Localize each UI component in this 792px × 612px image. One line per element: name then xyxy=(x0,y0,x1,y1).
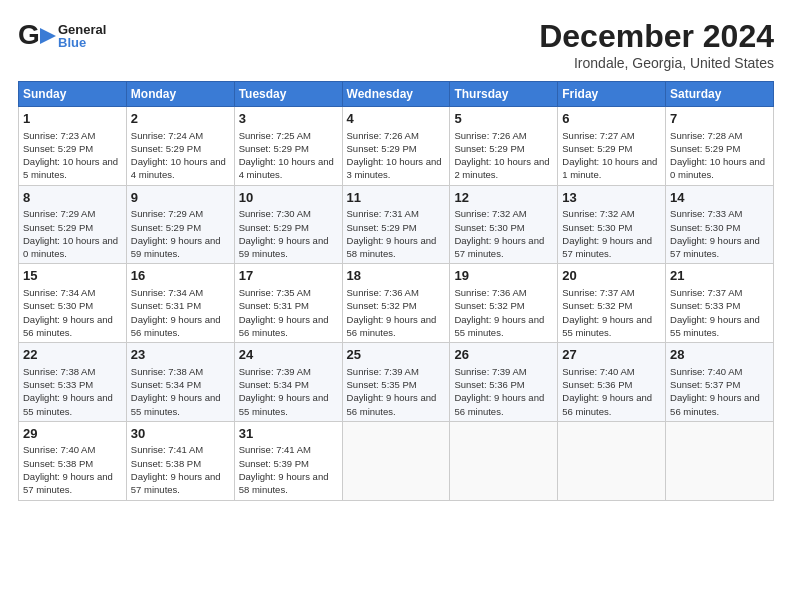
day-info: Sunrise: 7:26 AM Sunset: 5:29 PM Dayligh… xyxy=(347,129,446,182)
day-number: 15 xyxy=(23,267,122,285)
calendar-cell: 23 Sunrise: 7:38 AM Sunset: 5:34 PM Dayl… xyxy=(126,343,234,422)
day-number: 31 xyxy=(239,425,338,443)
calendar-cell: 31 Sunrise: 7:41 AM Sunset: 5:39 PM Dayl… xyxy=(234,421,342,500)
day-info: Sunrise: 7:26 AM Sunset: 5:29 PM Dayligh… xyxy=(454,129,553,182)
day-info: Sunrise: 7:27 AM Sunset: 5:29 PM Dayligh… xyxy=(562,129,661,182)
calendar-table: Sunday Monday Tuesday Wednesday Thursday… xyxy=(18,81,774,501)
day-info: Sunrise: 7:40 AM Sunset: 5:36 PM Dayligh… xyxy=(562,365,661,418)
day-info: Sunrise: 7:40 AM Sunset: 5:37 PM Dayligh… xyxy=(670,365,769,418)
col-tuesday: Tuesday xyxy=(234,82,342,107)
calendar-cell: 11 Sunrise: 7:31 AM Sunset: 5:29 PM Dayl… xyxy=(342,185,450,264)
day-info: Sunrise: 7:29 AM Sunset: 5:29 PM Dayligh… xyxy=(23,207,122,260)
calendar-cell: 1 Sunrise: 7:23 AM Sunset: 5:29 PM Dayli… xyxy=(19,107,127,186)
calendar-cell: 20 Sunrise: 7:37 AM Sunset: 5:32 PM Dayl… xyxy=(558,264,666,343)
calendar-cell: 22 Sunrise: 7:38 AM Sunset: 5:33 PM Dayl… xyxy=(19,343,127,422)
svg-text:G: G xyxy=(18,19,40,50)
day-info: Sunrise: 7:39 AM Sunset: 5:34 PM Dayligh… xyxy=(239,365,338,418)
day-number: 18 xyxy=(347,267,446,285)
col-monday: Monday xyxy=(126,82,234,107)
logo: G General Blue xyxy=(18,18,106,54)
day-info: Sunrise: 7:39 AM Sunset: 5:36 PM Dayligh… xyxy=(454,365,553,418)
calendar-cell: 16 Sunrise: 7:34 AM Sunset: 5:31 PM Dayl… xyxy=(126,264,234,343)
day-info: Sunrise: 7:41 AM Sunset: 5:38 PM Dayligh… xyxy=(131,443,230,496)
day-number: 25 xyxy=(347,346,446,364)
day-number: 11 xyxy=(347,189,446,207)
day-info: Sunrise: 7:34 AM Sunset: 5:31 PM Dayligh… xyxy=(131,286,230,339)
day-info: Sunrise: 7:23 AM Sunset: 5:29 PM Dayligh… xyxy=(23,129,122,182)
day-number: 26 xyxy=(454,346,553,364)
day-number: 21 xyxy=(670,267,769,285)
day-number: 19 xyxy=(454,267,553,285)
day-info: Sunrise: 7:39 AM Sunset: 5:35 PM Dayligh… xyxy=(347,365,446,418)
calendar-cell: 6 Sunrise: 7:27 AM Sunset: 5:29 PM Dayli… xyxy=(558,107,666,186)
day-info: Sunrise: 7:37 AM Sunset: 5:32 PM Dayligh… xyxy=(562,286,661,339)
day-number: 28 xyxy=(670,346,769,364)
calendar-cell: 5 Sunrise: 7:26 AM Sunset: 5:29 PM Dayli… xyxy=(450,107,558,186)
calendar-week-4: 22 Sunrise: 7:38 AM Sunset: 5:33 PM Dayl… xyxy=(19,343,774,422)
day-info: Sunrise: 7:40 AM Sunset: 5:38 PM Dayligh… xyxy=(23,443,122,496)
day-number: 10 xyxy=(239,189,338,207)
calendar-cell xyxy=(558,421,666,500)
col-friday: Friday xyxy=(558,82,666,107)
col-wednesday: Wednesday xyxy=(342,82,450,107)
month-title: December 2024 xyxy=(539,18,774,55)
day-number: 12 xyxy=(454,189,553,207)
day-number: 1 xyxy=(23,110,122,128)
day-number: 14 xyxy=(670,189,769,207)
day-info: Sunrise: 7:32 AM Sunset: 5:30 PM Dayligh… xyxy=(454,207,553,260)
day-info: Sunrise: 7:32 AM Sunset: 5:30 PM Dayligh… xyxy=(562,207,661,260)
calendar-cell: 10 Sunrise: 7:30 AM Sunset: 5:29 PM Dayl… xyxy=(234,185,342,264)
day-number: 16 xyxy=(131,267,230,285)
calendar-week-2: 8 Sunrise: 7:29 AM Sunset: 5:29 PM Dayli… xyxy=(19,185,774,264)
location: Irondale, Georgia, United States xyxy=(539,55,774,71)
day-number: 2 xyxy=(131,110,230,128)
calendar-cell: 18 Sunrise: 7:36 AM Sunset: 5:32 PM Dayl… xyxy=(342,264,450,343)
col-saturday: Saturday xyxy=(666,82,774,107)
col-sunday: Sunday xyxy=(19,82,127,107)
calendar-cell: 7 Sunrise: 7:28 AM Sunset: 5:29 PM Dayli… xyxy=(666,107,774,186)
calendar-cell: 4 Sunrise: 7:26 AM Sunset: 5:29 PM Dayli… xyxy=(342,107,450,186)
day-number: 17 xyxy=(239,267,338,285)
day-number: 6 xyxy=(562,110,661,128)
day-info: Sunrise: 7:35 AM Sunset: 5:31 PM Dayligh… xyxy=(239,286,338,339)
calendar-cell: 26 Sunrise: 7:39 AM Sunset: 5:36 PM Dayl… xyxy=(450,343,558,422)
calendar-cell: 14 Sunrise: 7:33 AM Sunset: 5:30 PM Dayl… xyxy=(666,185,774,264)
day-number: 20 xyxy=(562,267,661,285)
calendar-cell: 29 Sunrise: 7:40 AM Sunset: 5:38 PM Dayl… xyxy=(19,421,127,500)
col-thursday: Thursday xyxy=(450,82,558,107)
day-info: Sunrise: 7:29 AM Sunset: 5:29 PM Dayligh… xyxy=(131,207,230,260)
calendar-cell: 27 Sunrise: 7:40 AM Sunset: 5:36 PM Dayl… xyxy=(558,343,666,422)
calendar-cell: 30 Sunrise: 7:41 AM Sunset: 5:38 PM Dayl… xyxy=(126,421,234,500)
day-number: 3 xyxy=(239,110,338,128)
day-info: Sunrise: 7:36 AM Sunset: 5:32 PM Dayligh… xyxy=(347,286,446,339)
day-number: 4 xyxy=(347,110,446,128)
calendar-cell: 28 Sunrise: 7:40 AM Sunset: 5:37 PM Dayl… xyxy=(666,343,774,422)
calendar-cell xyxy=(342,421,450,500)
calendar-week-3: 15 Sunrise: 7:34 AM Sunset: 5:30 PM Dayl… xyxy=(19,264,774,343)
calendar-cell: 13 Sunrise: 7:32 AM Sunset: 5:30 PM Dayl… xyxy=(558,185,666,264)
calendar-cell: 9 Sunrise: 7:29 AM Sunset: 5:29 PM Dayli… xyxy=(126,185,234,264)
day-number: 23 xyxy=(131,346,230,364)
day-info: Sunrise: 7:34 AM Sunset: 5:30 PM Dayligh… xyxy=(23,286,122,339)
day-info: Sunrise: 7:33 AM Sunset: 5:30 PM Dayligh… xyxy=(670,207,769,260)
day-number: 7 xyxy=(670,110,769,128)
day-info: Sunrise: 7:25 AM Sunset: 5:29 PM Dayligh… xyxy=(239,129,338,182)
calendar-cell: 24 Sunrise: 7:39 AM Sunset: 5:34 PM Dayl… xyxy=(234,343,342,422)
day-number: 22 xyxy=(23,346,122,364)
calendar-cell: 8 Sunrise: 7:29 AM Sunset: 5:29 PM Dayli… xyxy=(19,185,127,264)
day-info: Sunrise: 7:38 AM Sunset: 5:34 PM Dayligh… xyxy=(131,365,230,418)
calendar-week-1: 1 Sunrise: 7:23 AM Sunset: 5:29 PM Dayli… xyxy=(19,107,774,186)
page-container: G General Blue December 2024 Irondale, G… xyxy=(0,0,792,511)
calendar-cell: 12 Sunrise: 7:32 AM Sunset: 5:30 PM Dayl… xyxy=(450,185,558,264)
day-number: 27 xyxy=(562,346,661,364)
calendar-cell xyxy=(666,421,774,500)
day-number: 30 xyxy=(131,425,230,443)
day-number: 29 xyxy=(23,425,122,443)
day-info: Sunrise: 7:31 AM Sunset: 5:29 PM Dayligh… xyxy=(347,207,446,260)
day-number: 9 xyxy=(131,189,230,207)
day-info: Sunrise: 7:30 AM Sunset: 5:29 PM Dayligh… xyxy=(239,207,338,260)
calendar-cell: 15 Sunrise: 7:34 AM Sunset: 5:30 PM Dayl… xyxy=(19,264,127,343)
calendar-cell: 25 Sunrise: 7:39 AM Sunset: 5:35 PM Dayl… xyxy=(342,343,450,422)
calendar-cell: 19 Sunrise: 7:36 AM Sunset: 5:32 PM Dayl… xyxy=(450,264,558,343)
day-number: 13 xyxy=(562,189,661,207)
